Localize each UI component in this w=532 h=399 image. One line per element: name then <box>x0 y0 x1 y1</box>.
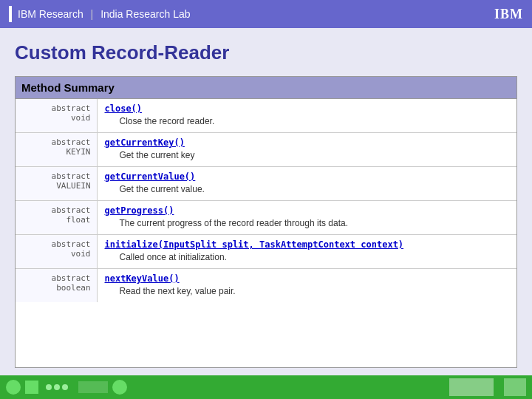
type-cell: abstractKEYIN <box>16 133 97 167</box>
type-abstract: abstract <box>52 273 91 283</box>
type-abstract: abstract <box>52 171 91 181</box>
method-table: abstractvoidclose()Close the record read… <box>16 99 516 302</box>
desc-cell: getCurrentKey()Get the current key <box>97 133 516 167</box>
table-row: abstractKEYINgetCurrentKey()Get the curr… <box>16 133 516 167</box>
method-table-container: Method Summary abstractvoidclose()Close … <box>15 76 517 368</box>
method-name[interactable]: close() <box>105 103 143 114</box>
bottom-bar <box>0 375 532 399</box>
top-bar: IBM Research | India Research Lab IBM <box>0 0 532 28</box>
method-description: Get the current key <box>120 150 510 160</box>
method-description: Called once at initialization. <box>120 252 510 262</box>
table-row: abstractvoidclose()Close the record read… <box>16 99 516 133</box>
method-description: Close the record reader. <box>120 116 510 126</box>
bottom-dots <box>46 384 68 390</box>
page-title: Custom Record-Reader <box>15 41 517 64</box>
method-name[interactable]: initialize(InputSplit split, TaskAttempt… <box>105 239 404 250</box>
type-value: float <box>66 215 90 225</box>
type-abstract: abstract <box>52 103 91 113</box>
ibm-logo: IBM <box>494 7 523 22</box>
table-row: abstractbooleannextKeyValue()Read the ne… <box>16 269 516 303</box>
method-link[interactable]: getCurrentValue() <box>105 171 196 182</box>
desc-cell: getCurrentValue()Get the current value. <box>97 167 516 201</box>
table-body: abstractvoidclose()Close the record read… <box>16 99 516 302</box>
desc-cell: close()Close the record reader. <box>97 99 516 133</box>
bottom-image-placeholder <box>449 378 494 396</box>
type-cell: abstractfloat <box>16 201 97 235</box>
method-link[interactable]: initialize(InputSplit split, TaskAttempt… <box>105 239 404 250</box>
method-name[interactable]: getProgress() <box>105 205 174 216</box>
type-value: KEYIN <box>66 147 90 157</box>
dot-2 <box>54 384 60 390</box>
top-bar-left: IBM Research | India Research Lab <box>9 6 191 22</box>
type-value: boolean <box>56 283 90 293</box>
method-description: Read the next key, value pair. <box>120 286 510 296</box>
method-name[interactable]: nextKeyValue() <box>105 273 180 284</box>
lab-text: India Research Lab <box>100 8 190 20</box>
type-value: VALUEIN <box>56 181 90 191</box>
bottom-circle-2 <box>112 380 127 395</box>
type-cell: abstractVALUEIN <box>16 167 97 201</box>
type-abstract: abstract <box>52 239 91 249</box>
bottom-circle-1 <box>6 380 21 395</box>
type-value: void <box>71 249 91 259</box>
ibm-research-text: IBM Research <box>18 8 83 20</box>
type-cell: abstractvoid <box>16 99 97 133</box>
bottom-green-block <box>504 378 526 396</box>
table-header: Method Summary <box>16 77 516 99</box>
type-value: void <box>71 113 91 123</box>
bottom-rect-1 <box>78 381 108 393</box>
desc-cell: initialize(InputSplit split, TaskAttempt… <box>97 235 516 269</box>
method-link[interactable]: nextKeyValue() <box>105 273 180 284</box>
table-row: abstractVALUEINgetCurrentValue()Get the … <box>16 167 516 201</box>
type-abstract: abstract <box>52 137 91 147</box>
method-description: The current progress of the record reade… <box>120 218 510 228</box>
main-content: Custom Record-Reader Method Summary abst… <box>0 28 532 375</box>
method-name[interactable]: getCurrentValue() <box>105 171 196 182</box>
type-cell: abstractboolean <box>16 269 97 303</box>
dot-3 <box>62 384 68 390</box>
bar-line-decoration <box>9 6 12 22</box>
top-bar-title: IBM Research | India Research Lab <box>18 8 191 20</box>
method-description: Get the current value. <box>120 184 510 194</box>
table-row: abstractvoidinitialize(InputSplit split,… <box>16 235 516 269</box>
type-abstract: abstract <box>52 205 91 215</box>
desc-cell: getProgress()The current progress of the… <box>97 201 516 235</box>
table-row: abstractfloatgetProgress()The current pr… <box>16 201 516 235</box>
bottom-square-1 <box>25 381 38 394</box>
type-cell: abstractvoid <box>16 235 97 269</box>
method-link[interactable]: close() <box>105 103 143 114</box>
method-link[interactable]: getCurrentKey() <box>105 137 185 148</box>
dot-1 <box>46 384 52 390</box>
method-link[interactable]: getProgress() <box>105 205 174 216</box>
method-name[interactable]: getCurrentKey() <box>105 137 185 148</box>
separator: | <box>91 8 97 20</box>
desc-cell: nextKeyValue()Read the next key, value p… <box>97 269 516 303</box>
